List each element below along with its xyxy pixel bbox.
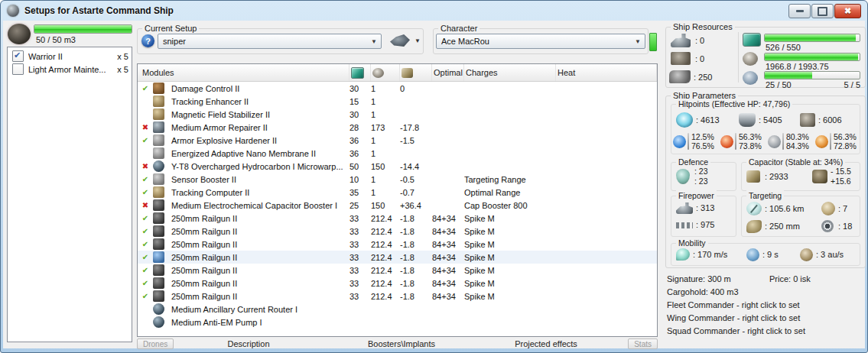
fleet-commander-text[interactable]: Fleet Commander - right click to set xyxy=(667,300,800,309)
setup-combobox[interactable]: sniper ▼ xyxy=(158,34,382,49)
tab-description[interactable]: Description xyxy=(227,339,269,348)
module-row[interactable]: Sensor Booster II101-0.5Targeting Range xyxy=(138,173,657,186)
optimal-header[interactable]: Optimal xyxy=(432,64,464,81)
divider xyxy=(688,133,689,150)
targeting-range-icon xyxy=(746,202,762,215)
calibration-bar xyxy=(764,71,860,79)
turret-dps-icon xyxy=(676,202,693,214)
modules-header[interactable]: Modules xyxy=(138,64,349,81)
defence-shield-icon xyxy=(676,169,690,184)
module-name: Medium Armor Repairer II xyxy=(168,123,349,132)
capacitor-value: 0 xyxy=(400,84,432,93)
module-row[interactable]: 250mm Railgun II33212.4-1.884+34Spike M xyxy=(138,251,657,264)
ancillary-current-router-icon xyxy=(153,303,164,315)
cpu-value: 33 xyxy=(349,214,371,223)
character-combobox[interactable]: Ace MacRou ▼ xyxy=(436,34,645,49)
shield-hp-value: : 4613 xyxy=(696,115,720,125)
module-row[interactable]: Tracking Enhancer II151 xyxy=(138,95,657,108)
tab-projected-effects[interactable]: Projected effects xyxy=(515,339,577,348)
em-resist-armor: 76.5% xyxy=(691,141,714,151)
cpu-value: 30 xyxy=(349,110,371,119)
powergrid-value: 212.4 xyxy=(371,253,400,262)
powergrid-icon xyxy=(372,68,384,78)
rig-calibration-value: : 250 xyxy=(694,73,712,82)
drone-checkbox[interactable] xyxy=(12,63,24,75)
module-name: 250mm Railgun II xyxy=(168,292,349,301)
minimize-button[interactable] xyxy=(788,4,811,18)
module-row[interactable]: Medium Ancillary Current Router I xyxy=(138,303,657,316)
module-name: Y-T8 Overcharged Hydrocarbon I Microwarp… xyxy=(168,162,349,171)
align-time-value: : 9 s xyxy=(762,250,779,259)
explosive-resist: 56.3%72.8% xyxy=(815,132,857,151)
module-row[interactable]: Medium Armor Repairer II28173-17.8 xyxy=(138,121,657,134)
charges-value: Spike M xyxy=(464,253,556,262)
close-button[interactable]: ✖ xyxy=(834,4,861,18)
cpu-value: 35 xyxy=(349,188,371,197)
align-time-icon xyxy=(746,248,759,261)
module-row[interactable]: 250mm Railgun II33212.4-1.884+34Spike M xyxy=(138,238,657,251)
ship-resources-group: Ship Resources : 0 : 0 : 250 526 / 550 1… xyxy=(665,27,866,88)
sensor-strength-value: : 18 xyxy=(838,222,852,231)
capacitor-column-header[interactable] xyxy=(400,64,432,81)
squad-commander-text[interactable]: Squad Commander - right click to set xyxy=(667,326,805,335)
check-icon xyxy=(138,83,153,94)
capacitor-value: -0.7 xyxy=(400,188,432,197)
heat-header[interactable]: Heat xyxy=(556,64,657,81)
explosive-resist-shield: 56.3% xyxy=(834,132,857,141)
modules-table: Modules Optimal Charges Heat Damage Cont… xyxy=(137,63,658,337)
module-row[interactable]: Energized Adaptive Nano Membrane II361 xyxy=(138,147,657,160)
module-name: Medium Anti-EM Pump I xyxy=(168,318,349,327)
module-row[interactable]: 250mm Railgun II33212.4-1.884+34Spike M xyxy=(138,264,657,277)
cpu-text: 526 / 550 xyxy=(766,43,801,52)
powergrid-column-header[interactable] xyxy=(371,64,400,81)
capacitor-value: -1.8 xyxy=(400,266,432,275)
module-row[interactable]: 250mm Railgun II33212.4-1.884+34Spike M xyxy=(138,277,657,290)
capacitor-value: -1.8 xyxy=(400,253,432,262)
module-row[interactable]: 250mm Railgun II33212.4-1.884+34Spike M xyxy=(138,225,657,238)
module-row[interactable]: Tracking Computer II351-0.7Optimal Range xyxy=(138,186,657,199)
maximize-button[interactable] xyxy=(811,4,834,18)
capacitor-value: -1.5 xyxy=(400,136,432,145)
thermal-resist-armor: 73.8% xyxy=(739,141,762,151)
capacitor-value: +36.4 xyxy=(400,201,432,210)
drone-capacity-text: 50 / 50 m3 xyxy=(36,35,76,44)
check-icon xyxy=(138,212,153,224)
wing-commander-text[interactable]: Wing Commander - right click to set xyxy=(667,313,800,322)
charges-header[interactable]: Charges xyxy=(464,64,556,81)
targeting-title: Targeting xyxy=(746,190,784,201)
character-value: Ace MacRou xyxy=(441,37,631,46)
max-targets-value: : 7 xyxy=(838,204,847,213)
module-row[interactable]: Armor Explosive Hardener II361-1.5 xyxy=(138,134,657,147)
defence-value-2: : 23 xyxy=(694,176,708,186)
footer-bar: Drones Description Boosters\Implants Pro… xyxy=(137,338,658,350)
module-row[interactable]: 250mm Railgun II33212.4-1.884+34Spike M xyxy=(138,290,657,303)
price-text: Price: 0 isk xyxy=(769,274,811,283)
targeting-group: Targeting : 105.6 km : 7 : 250 mm : 18 xyxy=(741,196,860,237)
help-button[interactable]: ? xyxy=(141,34,154,47)
module-row[interactable]: Medium Anti-EM Pump I xyxy=(138,316,657,329)
drone-checkbox[interactable] xyxy=(12,50,24,62)
module-row[interactable]: Magnetic Field Stabilizer II301 xyxy=(138,108,657,121)
thermal-resist-shield: 56.3% xyxy=(739,132,762,141)
firepower-group: Firepower : 313 : 975 xyxy=(671,196,736,237)
drone-list-item[interactable]: Warrior IIx 5 xyxy=(8,50,132,63)
drones-button[interactable]: Drones xyxy=(137,338,174,349)
ship-select-button[interactable]: ▼ xyxy=(390,34,421,47)
module-row[interactable]: Damage Control II3010 xyxy=(138,82,657,95)
em-resist-shield: 12.5% xyxy=(691,132,714,141)
stats-button[interactable]: Stats xyxy=(628,338,658,349)
drone-list-item[interactable]: Light Armor Mainte...x 5 xyxy=(8,63,132,76)
check-icon xyxy=(138,277,153,289)
defence-title: Defence xyxy=(676,157,710,167)
cpu-column-header[interactable] xyxy=(349,64,371,81)
max-speed-icon xyxy=(676,248,690,261)
cpu-icon xyxy=(351,67,364,79)
powergrid-value: 1 xyxy=(371,110,400,119)
module-row[interactable]: 250mm Railgun II33212.4-1.884+34Spike M xyxy=(138,212,657,225)
module-row[interactable]: Y-T8 Overcharged Hydrocarbon I Microwarp… xyxy=(138,160,657,173)
powergrid-value: 212.4 xyxy=(371,214,400,223)
divider xyxy=(735,133,736,150)
powergrid-value: 1 xyxy=(371,149,400,158)
module-row[interactable]: Medium Electrochemical Capacitor Booster… xyxy=(138,199,657,212)
tab-boosters-implants[interactable]: Boosters\Implants xyxy=(368,339,435,348)
